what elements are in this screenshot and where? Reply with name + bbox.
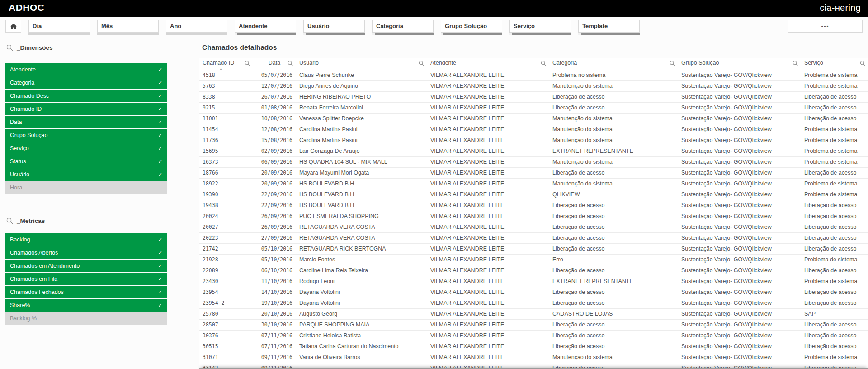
search-icon[interactable] bbox=[793, 61, 798, 66]
cell[interactable]: PARQUE SHOPPING MAIA bbox=[296, 320, 427, 330]
cell[interactable]: 09/11/2016 bbox=[253, 352, 296, 363]
cell[interactable]: 23430 bbox=[199, 276, 253, 287]
metric-item-share[interactable]: Share%✓ bbox=[5, 299, 167, 312]
dimension-item-usuario[interactable]: Usuário✓ bbox=[5, 168, 167, 181]
cell[interactable]: Sustentação Varejo- GOV/Qlickview bbox=[678, 135, 801, 146]
cell[interactable]: Liberação de acesso bbox=[549, 200, 678, 211]
cell[interactable]: 18922 bbox=[199, 179, 253, 189]
search-icon[interactable] bbox=[670, 61, 675, 66]
cell[interactable]: Liberação de acesso bbox=[549, 320, 678, 330]
cell[interactable]: Manutenção do sistema bbox=[549, 135, 678, 146]
cell[interactable]: Manutenção do sistema bbox=[549, 179, 678, 189]
cell[interactable]: 10/08/2016 bbox=[253, 114, 296, 124]
filter-grupo-solucao[interactable]: Grupo Solução bbox=[441, 20, 502, 35]
dimension-item-hora[interactable]: Hora bbox=[5, 181, 167, 194]
cell[interactable]: VILMAR ALEXANDRE LEITE bbox=[427, 255, 549, 265]
cell[interactable]: 33142 bbox=[199, 363, 253, 368]
filter-servico[interactable]: Serviço bbox=[509, 20, 571, 35]
cell[interactable]: Liberação de acesso bbox=[549, 103, 678, 113]
cell[interactable]: Liberação de acesso bbox=[549, 341, 678, 352]
cell[interactable]: 20027 bbox=[199, 222, 253, 232]
cell[interactable]: VILMAR ALEXANDRE LEITE bbox=[427, 146, 549, 156]
filter-dia[interactable]: Dia bbox=[28, 20, 90, 35]
cell[interactable]: Liberação de acesso bbox=[549, 233, 678, 243]
cell[interactable]: 22/09/2016 bbox=[253, 200, 296, 211]
cell[interactable]: Vania de Oliveira Barros bbox=[296, 352, 427, 363]
cell[interactable]: Sustentação Varejo- GOV/Qlickview bbox=[678, 81, 801, 91]
cell[interactable]: Liberação de acesso bbox=[549, 298, 678, 308]
cell[interactable]: 23954 bbox=[199, 287, 253, 298]
search-icon[interactable] bbox=[245, 61, 250, 66]
cell[interactable]: Liberação de acesso bbox=[801, 244, 868, 254]
cell[interactable]: QLIKVIEW bbox=[549, 189, 678, 200]
cell[interactable]: Liberação de acesso bbox=[801, 168, 868, 178]
cell[interactable]: Liberação de acesso bbox=[801, 287, 868, 298]
cell[interactable]: Marcio Fontes bbox=[296, 255, 427, 265]
cell[interactable]: Liberação de acesso bbox=[549, 244, 678, 254]
cell[interactable]: Problema de sistema bbox=[801, 146, 868, 156]
cell[interactable]: Problema de sistema bbox=[801, 135, 868, 146]
cell[interactable]: Sustentação Varejo- GOV/Qlickview bbox=[678, 244, 801, 254]
cell[interactable]: Liberação de acesso bbox=[801, 331, 868, 341]
cell[interactable]: VILMAR ALEXANDRE LEITE bbox=[427, 352, 549, 363]
cell[interactable]: 30/10/2016 bbox=[253, 320, 296, 330]
cell[interactable]: VILMAR ALEXANDRE LEITE bbox=[427, 114, 549, 124]
cell[interactable]: Problema de sistema bbox=[801, 124, 868, 135]
cell[interactable]: Mayara Mayumi Mori Ogata bbox=[296, 168, 427, 178]
cell[interactable]: Sustentação Varejo- GOV/Qlickview bbox=[678, 146, 801, 156]
cell[interactable]: VILMAR ALEXANDRE LEITE bbox=[427, 276, 549, 287]
cell[interactable]: 26/09/2016 bbox=[253, 211, 296, 222]
cell[interactable]: 16373 bbox=[199, 157, 253, 167]
cell[interactable]: Problema de sistema bbox=[801, 70, 868, 80]
cell[interactable]: Problema de sistema bbox=[801, 255, 868, 265]
cell[interactable]: VILMAR ALEXANDRE LEITE bbox=[427, 265, 549, 276]
cell[interactable]: Liberação de acesso bbox=[549, 331, 678, 341]
cell[interactable]: Sustentação Varejo- GOV/Qlickview bbox=[678, 298, 801, 308]
cell[interactable]: Sustentação Varejo- GOV/Qlickview bbox=[678, 189, 801, 200]
cell[interactable]: 21928 bbox=[199, 255, 253, 265]
cell[interactable]: Manutenção do sistema bbox=[549, 124, 678, 135]
cell[interactable]: 5763 bbox=[199, 81, 253, 91]
filter-atendente[interactable]: Atendente bbox=[235, 20, 296, 35]
metric-item-backlog[interactable]: Backlog % bbox=[5, 312, 167, 325]
cell[interactable]: EXTRANET REPRESENTANTE bbox=[549, 276, 678, 287]
cell[interactable]: Liberação de acesso bbox=[801, 363, 868, 368]
cell[interactable]: 27/09/2016 bbox=[253, 233, 296, 243]
cell[interactable]: Sustentação Varejo- GOV/Qlickview bbox=[678, 200, 801, 211]
cell[interactable]: VILMAR ALEXANDRE LEITE bbox=[427, 298, 549, 308]
cell[interactable]: 12/08/2016 bbox=[253, 124, 296, 135]
cell[interactable]: 06/09/2016 bbox=[253, 157, 296, 167]
cell[interactable]: Sustentação Varejo- GOV/Qlickview bbox=[678, 157, 801, 167]
cell[interactable]: Problema de sistema bbox=[801, 157, 868, 167]
cell[interactable]: Sustentação Varejo- GOV/Qlickview bbox=[678, 341, 801, 352]
cell[interactable]: Liberação de acesso bbox=[549, 287, 678, 298]
cell[interactable]: VILMAR ALEXANDRE LEITE bbox=[427, 92, 549, 102]
cell[interactable]: Sustentação Varejo- GOV/Qlickview bbox=[678, 331, 801, 341]
cell[interactable]: Sustentação Varejo- GOV/Qlickview bbox=[678, 287, 801, 298]
cell[interactable]: 19438 bbox=[199, 200, 253, 211]
cell[interactable]: Liberação de acesso bbox=[549, 211, 678, 222]
cell[interactable]: Liberação de acesso bbox=[801, 211, 868, 222]
cell[interactable]: Vanessa Splitter Roepcke bbox=[296, 114, 427, 124]
dimension-item-chamado-desc[interactable]: Chamado Desc✓ bbox=[5, 90, 167, 102]
column-header-chamado-id[interactable]: Chamado ID▲ bbox=[199, 58, 253, 70]
filter-ano[interactable]: Ano bbox=[166, 20, 227, 35]
cell[interactable]: 06/10/2016 bbox=[253, 265, 296, 276]
cell[interactable]: RETAGUARDA RICK BERTOGNA bbox=[296, 244, 427, 254]
cell[interactable]: Liberação de acesso bbox=[549, 92, 678, 102]
cell[interactable]: 25780 bbox=[199, 309, 253, 319]
cell[interactable]: Sustentação Varejo- GOV/Qlickview bbox=[678, 276, 801, 287]
cell[interactable]: Liberação de acesso bbox=[549, 168, 678, 178]
cell[interactable]: 19390 bbox=[199, 189, 253, 200]
cell[interactable]: RETAGUARDA VERA COSTA bbox=[296, 233, 427, 243]
cell[interactable]: 20/09/2016 bbox=[253, 168, 296, 178]
dimension-item-grupo-solucao[interactable]: Grupo Solução✓ bbox=[5, 129, 167, 142]
cell[interactable]: VILMAR ALEXANDRE LEITE bbox=[427, 309, 549, 319]
cell[interactable]: Liberação de acesso bbox=[549, 222, 678, 232]
cell[interactable]: 20024 bbox=[199, 211, 253, 222]
cell[interactable]: Liberação de acesso bbox=[801, 200, 868, 211]
cell[interactable]: 8338 bbox=[199, 92, 253, 102]
column-header-categoria[interactable]: Categoria bbox=[549, 58, 678, 70]
more-options-button[interactable]: ••• bbox=[788, 20, 863, 33]
cell[interactable]: 05/10/2016 bbox=[253, 255, 296, 265]
